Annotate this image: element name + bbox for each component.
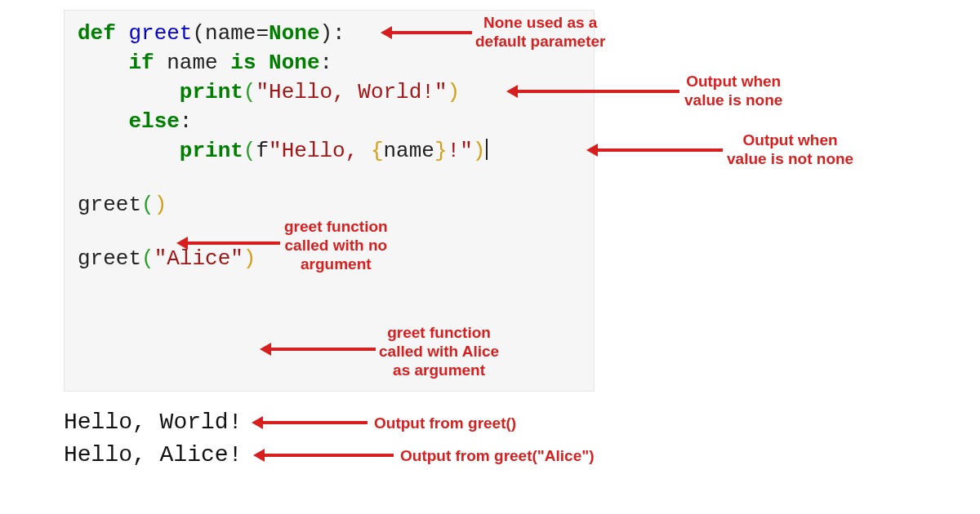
string-hello-world: Hello, World!	[269, 80, 434, 104]
annotation-call-no-arg: greet function called with no argument	[284, 217, 388, 273]
annotation-text: default parameter	[475, 32, 605, 51]
default-none: None	[269, 21, 319, 46]
annotation-text: Output from greet("Alice")	[400, 446, 595, 465]
text-cursor	[486, 139, 488, 160]
output-block: Hello, World! Hello, Alice!	[64, 406, 242, 472]
output-line-1: Hello, World!	[64, 406, 242, 439]
annotation-output-none: Output when value is none	[684, 72, 782, 109]
annotation-output-1: Output from greet()	[374, 414, 516, 432]
code-line-call-1: greet()	[78, 190, 581, 219]
output-line-2: Hello, Alice!	[64, 439, 242, 472]
code-block: def greet(name=None): if name is None: p…	[64, 10, 595, 392]
annotation-text: Output from greet()	[374, 414, 516, 432]
annotation-default-parameter: None used as a default parameter	[475, 13, 605, 51]
code-line-2: if name is None:	[78, 48, 581, 78]
annotation-text: Output when	[727, 131, 853, 149]
code-line-4: else:	[78, 107, 581, 136]
annotation-text: called with no	[284, 236, 388, 255]
annotation-text: None used as a	[475, 13, 605, 32]
annotation-text: argument	[284, 255, 388, 273]
annotation-text: greet function	[284, 217, 388, 236]
annotation-text: greet function	[379, 323, 499, 342]
annotation-text: value is not none	[727, 149, 853, 168]
fn-name: greet	[128, 21, 192, 46]
annotation-output-2: Output from greet("Alice")	[400, 446, 595, 465]
param-name: name	[205, 21, 256, 46]
annotation-output-not-none: Output when value is not none	[727, 131, 853, 168]
code-line-5: print(f"Hello, {name}!")	[78, 136, 581, 166]
code-line-3: print("Hello, World!")	[78, 78, 581, 107]
annotation-text: as argument	[379, 361, 499, 379]
annotation-text: Output when	[684, 72, 782, 91]
annotation-text: called with Alice	[379, 342, 499, 361]
annotation-call-alice-arg: greet function called with Alice as argu…	[379, 323, 499, 379]
annotation-text: value is none	[684, 91, 782, 109]
kw-def: def	[78, 21, 116, 46]
string-alice: Alice	[167, 246, 230, 271]
